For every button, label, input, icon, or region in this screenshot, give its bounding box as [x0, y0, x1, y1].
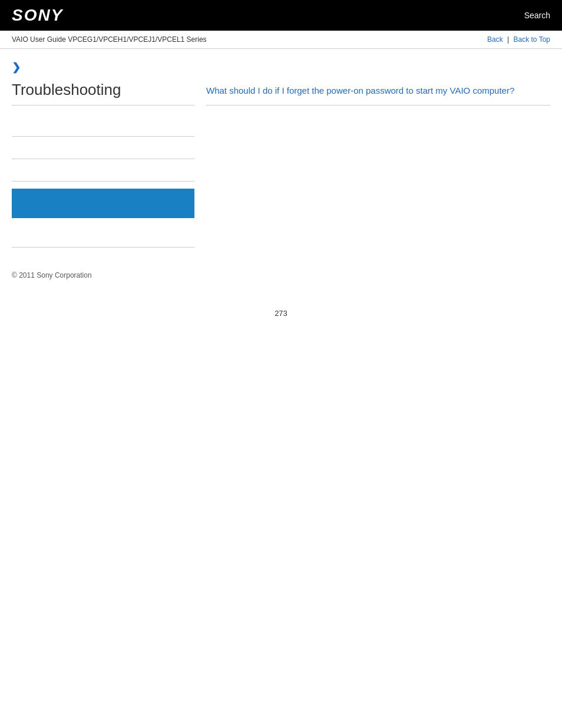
sidebar-blank-item-1 — [12, 114, 194, 137]
sidebar-blank-item-3 — [12, 159, 194, 182]
sidebar-title: Troubleshooting — [12, 81, 194, 106]
sony-logo: SONY — [12, 6, 63, 25]
chevron-icon: ❯ — [12, 61, 194, 74]
nav-links: Back | Back to Top — [487, 35, 550, 44]
sidebar-blank-item-4 — [12, 225, 194, 248]
search-button[interactable]: Search — [524, 11, 550, 20]
copyright-text: © 2011 Sony Corporation — [12, 271, 92, 279]
guide-title: VAIO User Guide VPCEG1/VPCEH1/VPCEJ1/VPC… — [12, 35, 207, 44]
header: SONY Search — [0, 0, 562, 31]
main-container: ❯ Troubleshooting What should I do if I … — [0, 49, 562, 259]
nav-separator: | — [507, 35, 511, 44]
content-link[interactable]: What should I do if I forget the power-o… — [206, 84, 550, 106]
sidebar-highlight-box — [12, 189, 194, 218]
breadcrumb-bar: VAIO User Guide VPCEG1/VPCEH1/VPCEJ1/VPC… — [0, 31, 562, 49]
footer: © 2011 Sony Corporation — [0, 259, 562, 291]
back-to-top-link[interactable]: Back to Top — [514, 35, 550, 44]
content-area: What should I do if I forget the power-o… — [206, 61, 550, 248]
page-number: 273 — [0, 291, 562, 335]
sidebar-blank-item-2 — [12, 137, 194, 159]
sidebar: ❯ Troubleshooting — [12, 61, 194, 248]
back-link[interactable]: Back — [487, 35, 503, 44]
